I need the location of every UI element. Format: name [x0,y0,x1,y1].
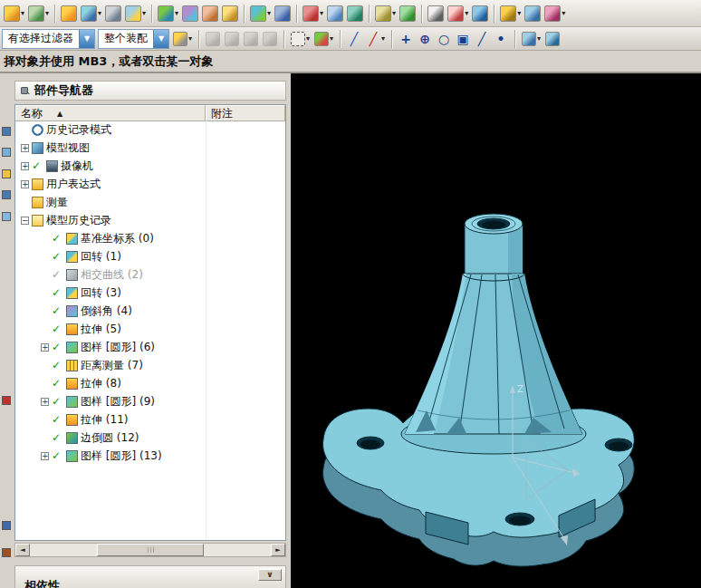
caret-down-icon[interactable]: ▾ [392,9,396,17]
circle-center-point-icon[interactable]: ⊕ [417,29,433,49]
expand-toggle[interactable]: + [41,398,49,406]
swept-icon[interactable] [399,4,417,24]
stop-at-intersection-icon[interactable]: ╱▾ [365,29,386,49]
collapse-toggle[interactable]: − [21,217,29,225]
point-on-curve-icon[interactable]: + [398,29,414,49]
offset-surface-icon[interactable] [346,4,364,24]
move-face-icon[interactable] [523,4,542,24]
feature-checkbox[interactable]: ✓ [52,269,63,280]
spline-icon[interactable] [471,4,489,24]
curve-rule-icon[interactable]: ╱ [346,29,362,49]
feature-checkbox[interactable]: ✓ [52,396,63,407]
web-browser-tab-icon[interactable] [2,396,11,405]
orient-view-icon[interactable]: ▾ [521,29,542,49]
caret-down-icon[interactable]: ▾ [537,34,541,43]
feature-checkbox[interactable]: ✓ [52,450,63,461]
caret-down-icon[interactable]: ▾ [517,9,521,17]
tree-row-pattern-circular-13[interactable]: +✓图样 [圆形] (13) [15,447,285,465]
rotate-object-icon[interactable] [224,29,240,49]
tree-row-revolve-3[interactable]: ✓回转 (3) [15,284,285,302]
end-point-icon[interactable]: • [493,29,509,49]
caret-down-icon[interactable]: ▾ [188,34,192,43]
hole-icon[interactable] [104,4,122,24]
graphics-viewport[interactable]: Z [291,73,701,588]
tree-row-pattern-circular-6[interactable]: +✓图样 [圆形] (6) [15,338,285,356]
tree-row-history-mode[interactable]: 历史记录模式 [15,120,285,139]
pin-icon[interactable] [20,86,29,95]
feature-checkbox[interactable]: ✓ [52,233,63,244]
caret-down-icon[interactable]: ▾ [320,9,323,17]
snap-point-icon[interactable]: ▾ [313,29,334,49]
expand-toggle[interactable]: + [41,343,49,352]
caret-down-icon[interactable]: ▾ [330,34,333,43]
scroll-right-button[interactable]: ► [271,544,285,556]
revolve-icon[interactable]: ▾ [80,4,102,24]
chamfer-icon[interactable] [181,4,199,24]
feature-checkbox[interactable]: ✓ [52,287,63,298]
trim-body-icon[interactable]: ▾ [302,4,324,24]
tree-row-extrude-8[interactable]: ✓拉伸 (8) [15,374,285,392]
dropdown-arrow-icon[interactable]: ▼ [153,30,168,48]
mirror-feature-icon[interactable] [274,4,292,24]
measure-distance-icon[interactable]: ▾ [499,4,522,24]
expand-toggle[interactable]: + [21,162,29,170]
feature-checkbox[interactable]: ✓ [52,305,63,316]
expand-toggle[interactable]: + [21,180,29,188]
tree-row-pattern-circular-9[interactable]: +✓图样 [圆形] (9) [15,392,285,410]
type-filter-icon[interactable]: ▾ [172,29,193,49]
feature-checkbox[interactable]: ✓ [52,360,63,371]
dropdown-arrow-icon[interactable]: ▼ [79,30,94,48]
caret-down-icon[interactable]: ▾ [562,9,565,17]
caret-down-icon[interactable]: ▾ [267,9,271,17]
quadrant-point-icon[interactable]: ○ [436,29,452,49]
caret-down-icon[interactable]: ▾ [381,34,385,43]
tree-row-distance-measure-7[interactable]: ✓距离测量 (7) [15,356,285,374]
feature-checkbox[interactable]: ✓ [52,414,63,425]
caret-down-icon[interactable]: ▾ [142,9,146,17]
feature-checkbox[interactable]: ✓ [52,251,63,262]
tree-row-intersect-curve-2[interactable]: ✓相交曲线 (2) [15,265,285,284]
caret-down-icon[interactable]: ▾ [175,9,178,17]
scroll-left-button[interactable]: ◄ [15,544,30,556]
zoom-object-icon[interactable] [262,29,278,49]
feature-checkbox[interactable]: ✓ [52,323,63,334]
existing-point-icon[interactable]: ▣ [455,29,471,49]
datum-plane-icon[interactable]: ▾ [27,4,50,24]
sketch-icon[interactable]: ▾ [3,4,25,24]
pattern-feature-icon[interactable]: ▾ [249,4,272,24]
boolean-unite-icon[interactable]: ▾ [124,4,147,24]
feature-checkbox[interactable]: ✓ [32,160,43,171]
constraint-navigator-tab-icon[interactable] [2,148,11,157]
tree-row-extrude-11[interactable]: ✓拉伸 (11) [15,410,285,429]
selection-filter-dropdown[interactable]: 有选择过滤器 ▼ [2,29,95,49]
scrollbar-track[interactable] [30,544,271,556]
shell-icon[interactable] [221,4,239,24]
expand-toggle[interactable]: + [21,144,29,152]
caret-down-icon[interactable]: ▾ [98,9,101,17]
extrude-icon[interactable] [60,4,78,24]
draft-icon[interactable] [201,4,219,24]
tree-row-model-history[interactable]: −模型历史记录 [15,211,285,229]
caret-down-icon[interactable]: ▾ [306,34,310,43]
feature-checkbox[interactable]: ✓ [52,432,63,443]
tree-row-edge-blend-12[interactable]: ✓边倒圆 (12) [15,429,285,447]
part-navigator-tab-icon[interactable] [2,169,11,178]
system-materials-tab-icon[interactable] [2,548,11,557]
tree-row-measures[interactable]: 测量 [15,193,285,211]
history-palette-tab-icon[interactable] [2,521,11,530]
feature-checkbox[interactable]: ✓ [52,378,63,389]
shaded-view-icon[interactable] [544,29,561,49]
part-navigator-titlebar[interactable]: 部件导航器 [14,81,286,101]
split-body-icon[interactable] [326,4,344,24]
scrollbar-thumb[interactable] [97,544,203,556]
tree-row-cameras[interactable]: +✓摄像机 [15,157,285,175]
expand-toggle[interactable]: + [41,452,49,460]
column-note[interactable]: 附注 [206,105,285,120]
assembly-scope-dropdown[interactable]: 整个装配 ▼ [98,29,169,49]
hd3d-tools-tab-icon[interactable] [2,212,11,221]
move-object-icon[interactable] [205,29,221,49]
midpoint-icon[interactable]: ╱ [474,29,490,49]
caret-down-icon[interactable]: ▾ [21,9,24,17]
point-set-icon[interactable]: ▾ [447,4,469,24]
tree-row-revolve-1[interactable]: ✓回转 (1) [15,247,285,265]
